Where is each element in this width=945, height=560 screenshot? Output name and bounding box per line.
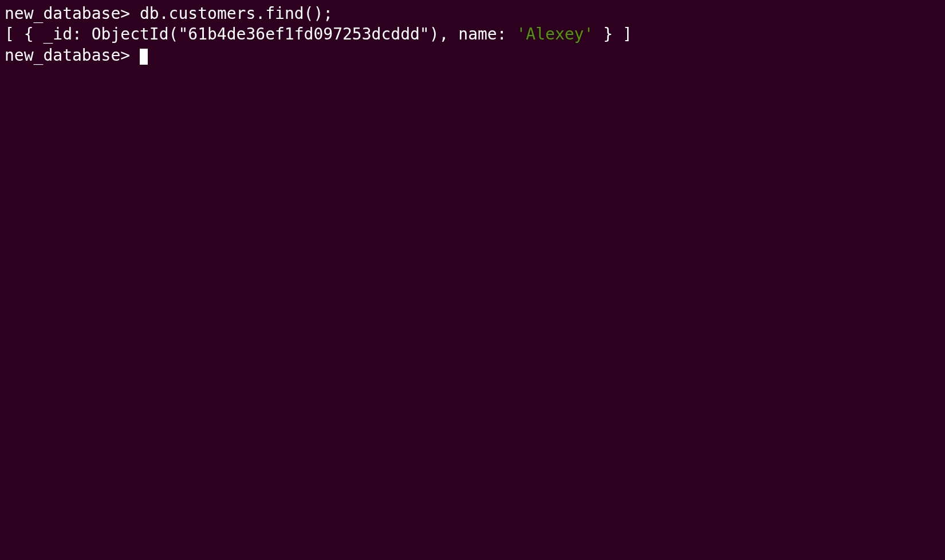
command-1: db.customers.find(); (140, 4, 333, 23)
prompt-1: new_database> (5, 4, 140, 23)
terminal-input-line[interactable]: new_database> (5, 45, 940, 66)
output-prefix: [ { _id: ObjectId("61b4de36ef1fd097253dc… (5, 25, 516, 44)
prompt-cursor: new_database> (5, 46, 140, 65)
terminal-output-line: [ { _id: ObjectId("61b4de36ef1fd097253dc… (5, 24, 940, 45)
output-suffix: } ] (593, 25, 632, 44)
terminal-line-1: new_database> db.customers.find(); (5, 3, 940, 24)
cursor-icon (140, 49, 148, 65)
output-string-value: 'Alexey' (516, 25, 593, 44)
